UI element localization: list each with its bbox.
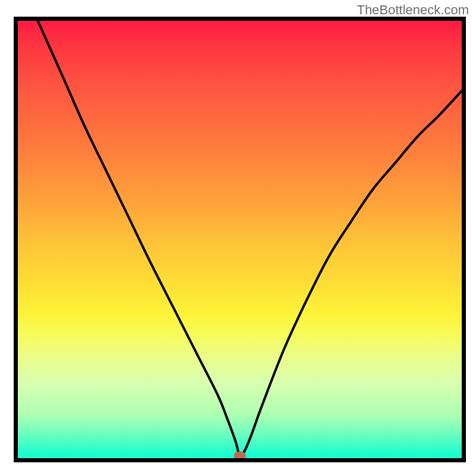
minimum-marker [234, 452, 246, 460]
chart-plot-area [14, 17, 466, 462]
watermark-text: TheBottleneck.com [357, 2, 469, 18]
bottleneck-curve [18, 21, 462, 458]
